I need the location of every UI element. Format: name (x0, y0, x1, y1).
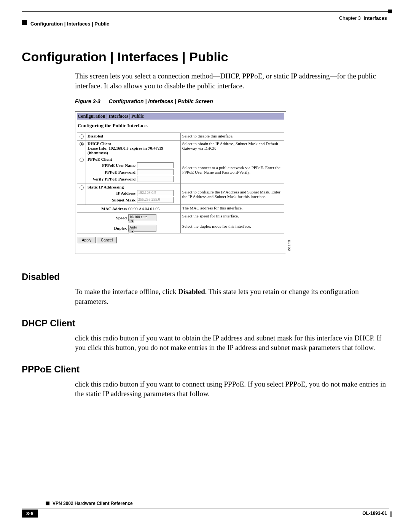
page-number: 3-6 (22, 510, 38, 518)
section-text-disabled: To make the interface offline, click Dis… (22, 287, 389, 306)
disabled-label: Disabled (88, 134, 103, 138)
chapter-prefix: Chapter 3 (339, 15, 361, 21)
dhcp-lease: Lease Info: 192.168.0.5 expires in 70:47… (88, 146, 163, 155)
section-marker-icon (22, 20, 27, 25)
mac-value: 00.90.A4.04.01.05 (128, 206, 159, 211)
screenshot-titlebar: Configuration | Interfaces | Public (77, 113, 284, 120)
duplex-label: Duplex (79, 226, 128, 230)
speed-label: Speed (79, 216, 128, 220)
pppoe-verify-label: Verify PPPoE Password (88, 177, 137, 181)
embedded-screenshot: Configuration | Interfaces | Public Conf… (75, 111, 286, 254)
static-label: Static IP Addressing (88, 185, 124, 189)
doc-id: OL-1893-01 (362, 511, 387, 516)
footer-marker-icon (46, 502, 49, 505)
chevron-down-icon: ▾ (129, 219, 134, 223)
section-text-pppoe: click this radio button if you want to c… (22, 379, 389, 399)
footer-right-marker-icon (390, 511, 392, 517)
chevron-down-icon: ▾ (129, 229, 134, 233)
ip-input[interactable]: 192.168.0.5 (137, 190, 174, 196)
mac-label: MAC Address (79, 206, 128, 211)
screenshot-id: 61702 (287, 240, 291, 251)
pppoe-user-label: PPPoE User Name (88, 163, 137, 168)
duplex-value: Auto (129, 225, 151, 229)
pppoe-pass-input[interactable] (137, 169, 174, 175)
config-table: Disabled Select to disable this interfac… (77, 133, 284, 233)
dhcp-label: DHCP Client (88, 141, 111, 146)
intro-paragraph: This screen lets you select a connection… (22, 71, 389, 91)
figure-caption-text: Configuration | Interfaces | Public Scre… (109, 98, 213, 104)
page-title: Configuration | Interfaces | Public (22, 50, 389, 64)
speed-value: 10/100 auto (129, 215, 151, 219)
pppoe-desc: Select to connect to a public network vi… (180, 156, 284, 184)
corner-marker-icon (388, 10, 392, 13)
running-head-right: Chapter 3 Interfaces (339, 15, 387, 21)
section-text-dhcp: click this radio button if you want to o… (22, 333, 389, 353)
dhcp-desc: Select to obtain the IP Address, Subnet … (180, 141, 284, 156)
pppoe-user-input[interactable] (137, 162, 174, 168)
radio-dhcp[interactable] (80, 142, 84, 146)
cancel-button[interactable]: Cancel (97, 237, 117, 243)
radio-disabled[interactable] (80, 134, 84, 139)
radio-pppoe[interactable] (80, 158, 84, 162)
mask-input[interactable]: 255.255.255.0 (137, 197, 174, 203)
screenshot-subtitle: Configuring the Public Interface. (78, 123, 284, 129)
section-heading-pppoe: PPPoE Client (22, 364, 389, 375)
speed-desc: Select the speed for this interface. (180, 213, 284, 223)
static-desc: Select to configure the IP Address and S… (180, 184, 284, 205)
running-head-left: Configuration | Interfaces | Public (30, 21, 109, 27)
ip-label: IP Address (88, 191, 137, 195)
pppoe-label: PPPoE Client (88, 157, 112, 161)
pppoe-pass-label: PPPoE Password (88, 170, 137, 174)
figure-label: Figure 3-3 (75, 98, 100, 104)
figure-caption: Figure 3-3 Configuration | Interfaces | … (22, 98, 389, 104)
section-heading-disabled: Disabled (22, 272, 389, 282)
top-rule (22, 11, 389, 12)
speed-select[interactable]: 10/100 auto▾ (128, 214, 156, 221)
mac-desc: The MAC address for this interface. (180, 205, 284, 213)
pppoe-verify-input[interactable] (137, 176, 174, 182)
disabled-desc: Select to disable this interface. (180, 133, 284, 141)
radio-static[interactable] (80, 185, 84, 190)
chapter-title: Interfaces (364, 15, 387, 21)
mask-label: Subnet Mask (88, 198, 137, 202)
duplex-desc: Select the duplex mode for this interfac… (180, 223, 284, 233)
apply-button[interactable]: Apply (78, 237, 96, 243)
footer-rule (22, 508, 389, 508)
section-heading-dhcp: DHCP Client (22, 318, 389, 329)
duplex-select[interactable]: Auto▾ (128, 225, 156, 232)
footer-book-title: VPN 3002 Hardware Client Reference (53, 501, 133, 506)
